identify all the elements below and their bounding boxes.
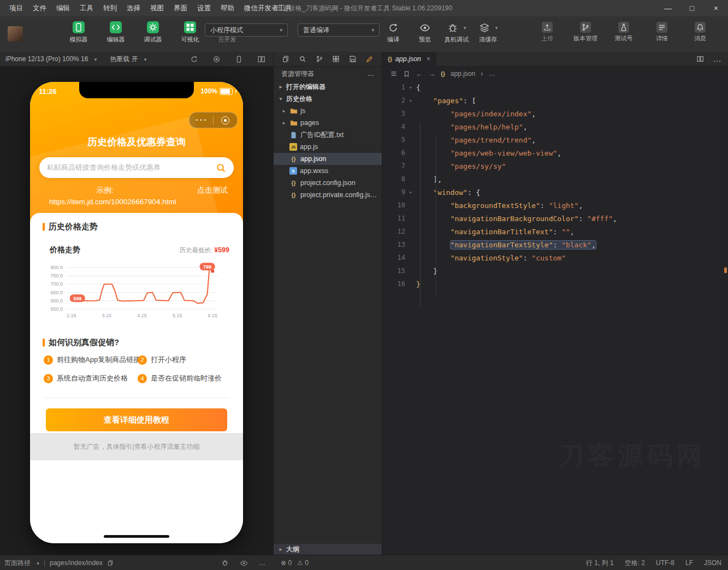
more-icon[interactable]: …	[368, 70, 374, 78]
upload-button[interactable]: 上传	[535, 22, 560, 43]
simulator-toggle[interactable]: 模拟器	[64, 21, 93, 44]
bookmark-icon[interactable]	[403, 70, 410, 78]
file-item-app.wxss[interactable]: Sapp.wxss	[274, 165, 382, 177]
indentation-setting[interactable]: 空格: 2	[625, 559, 645, 568]
file-item-project.config.json[interactable]: {}project.config.json	[274, 177, 382, 189]
price-trend-chart: 800.0750.0700.0650.0600.0550.02.153.154.…	[45, 257, 228, 325]
section-how-to: 如何识别真假促销?	[43, 337, 119, 348]
rotate-icon[interactable]	[190, 55, 198, 63]
clear-cache-button[interactable]: ▾ 清缓存	[476, 22, 500, 44]
test-link[interactable]: 点击测试	[197, 186, 228, 195]
breadcrumb-file[interactable]: app.json	[451, 70, 475, 78]
fold-icon[interactable]: ▾	[405, 98, 416, 103]
copy-path-icon[interactable]	[107, 560, 114, 566]
svg-text:2.15: 2.15	[67, 313, 76, 318]
tab-app-json[interactable]: {} app.json ×	[382, 52, 436, 67]
home-indicator	[104, 535, 169, 538]
language-mode[interactable]: JSON	[704, 559, 721, 567]
tab-close-icon[interactable]: ×	[427, 55, 430, 63]
menu-item[interactable]: 选择	[122, 0, 145, 16]
outline-section[interactable]: ▸ 大纲	[274, 544, 382, 555]
section-open-editors[interactable]: ▸ 打开的编辑器	[274, 81, 382, 93]
screenshot-icon[interactable]	[212, 55, 221, 63]
capsule-more-icon[interactable]: • • •	[190, 117, 213, 123]
folder-item-pages[interactable]: ▸pages	[274, 117, 382, 129]
svg-text:800.0: 800.0	[50, 265, 63, 270]
close-icon[interactable]: ×	[704, 0, 728, 16]
messages-button[interactable]: 消息	[688, 22, 713, 43]
file-item-app.json[interactable]: {}app.json	[274, 153, 382, 165]
file-item-ID.txt[interactable]: 广告ID配置.txt	[274, 129, 382, 141]
breadcrumb: ← → {} app.json › …	[382, 67, 728, 81]
debug-icon[interactable]	[221, 559, 229, 567]
version-control-button[interactable]: 版本管理	[573, 22, 598, 43]
breadcrumb-more[interactable]: …	[488, 70, 495, 78]
file-item-project.private.config.js[interactable]: {}project.private.config.js…	[274, 189, 382, 201]
encoding-setting[interactable]: UTF-8	[656, 559, 674, 567]
debugger-toggle[interactable]: 调试器	[139, 21, 167, 44]
menu-item[interactable]: 帮助	[216, 0, 239, 16]
menu-item[interactable]: 项目	[4, 0, 28, 16]
menu-item[interactable]: 编辑	[51, 0, 75, 16]
device-select[interactable]: iPhone 12/13 (Pro) 100% 16 ▾	[5, 55, 97, 63]
cursor-position[interactable]: 行 1, 列 1	[586, 559, 614, 568]
example-url[interactable]: https://item.jd.com/100026667904.html	[49, 198, 176, 206]
format-brush-icon[interactable]	[366, 55, 374, 63]
ad-banner[interactable]: 暂无广告，具体指引|查看小程序流量主功能	[30, 433, 243, 460]
menu-item[interactable]: 界面	[169, 0, 192, 16]
editor-toggle[interactable]: 编辑器	[102, 21, 130, 44]
nav-back-icon[interactable]: ←	[416, 70, 423, 78]
save-icon[interactable]	[349, 55, 357, 63]
details-button[interactable]: 详情	[649, 22, 674, 43]
section-project-root[interactable]: ▾ 历史价格	[274, 93, 382, 105]
json-icon: {}	[289, 191, 298, 199]
code-line: 16}	[382, 277, 728, 290]
visualizer-toggle[interactable]: 可视化	[176, 21, 204, 44]
explorer-toolbar	[274, 52, 382, 67]
copy-page-icon[interactable]	[282, 55, 289, 63]
svg-text:3.15: 3.15	[102, 313, 112, 318]
folder-item-js[interactable]: ▸js	[274, 105, 382, 117]
menu-item[interactable]: 设置	[192, 0, 216, 16]
problems-indicator[interactable]: ⊗ 0 ⚠ 0	[281, 555, 309, 570]
device-frame-icon[interactable]	[235, 55, 243, 63]
compile-button[interactable]: 编译	[381, 22, 405, 44]
menu-item[interactable]: 视图	[145, 0, 169, 16]
code-editor[interactable]: 1▾{2▾ "pages": [3 "pages/index/index",4 …	[382, 81, 728, 555]
eol-setting[interactable]: LF	[685, 559, 693, 567]
fold-icon[interactable]: ▾	[405, 190, 416, 195]
file-item-app.js[interactable]: JSapp.js	[274, 141, 382, 153]
git-branch-icon[interactable]	[316, 55, 323, 63]
nav-forward-icon[interactable]: →	[428, 70, 435, 78]
layout-icon[interactable]	[332, 55, 340, 63]
eye-icon[interactable]	[240, 559, 248, 567]
more-icon[interactable]: …	[713, 54, 721, 64]
user-avatar[interactable]	[8, 26, 23, 41]
menu-item[interactable]: 转到	[98, 0, 122, 16]
project-action-group: 上传 版本管理 测试号 详情 消息	[535, 22, 713, 43]
remote-debug-button[interactable]: ▾ 真机调试	[445, 22, 469, 44]
more-icon[interactable]: …	[259, 559, 265, 567]
preview-button[interactable]: 预览	[413, 22, 437, 44]
split-window-icon[interactable]	[257, 55, 265, 63]
example-label: 示例:	[96, 186, 114, 195]
tutorial-button[interactable]: 查看详细使用教程	[46, 408, 227, 431]
maximize-icon[interactable]: □	[680, 0, 704, 16]
section-price-history: 历史价格走势	[43, 222, 98, 232]
page-path-dropdown[interactable]: 页面路径 ▾	[4, 559, 39, 568]
mode-select[interactable]: 小程序模式 ▾	[205, 23, 288, 37]
test-account-button[interactable]: 测试号	[611, 22, 636, 43]
simulator-toolbar: iPhone 12/13 (Pro) 100% 16 ▾ 热重载 开 ▾	[0, 52, 273, 67]
fold-icon[interactable]: ▾	[405, 85, 416, 90]
step-label: 系统自动查询历史价格	[57, 373, 128, 383]
outline-list-icon[interactable]	[390, 70, 398, 78]
split-editor-icon[interactable]	[696, 55, 704, 63]
menu-item[interactable]: 文件	[28, 0, 51, 16]
search-icon[interactable]	[299, 55, 306, 63]
compile-mode-select[interactable]: 普通编译 ▾	[298, 23, 380, 37]
search-input[interactable]: 粘贴商品链接查询价格走势或优惠券	[39, 157, 234, 178]
minimize-icon[interactable]: —	[656, 0, 680, 16]
menu-item[interactable]: 工具	[75, 0, 98, 16]
hot-reload-toggle[interactable]: 热重载 开 ▾	[110, 55, 146, 64]
capsule-close-icon[interactable]	[214, 116, 237, 124]
